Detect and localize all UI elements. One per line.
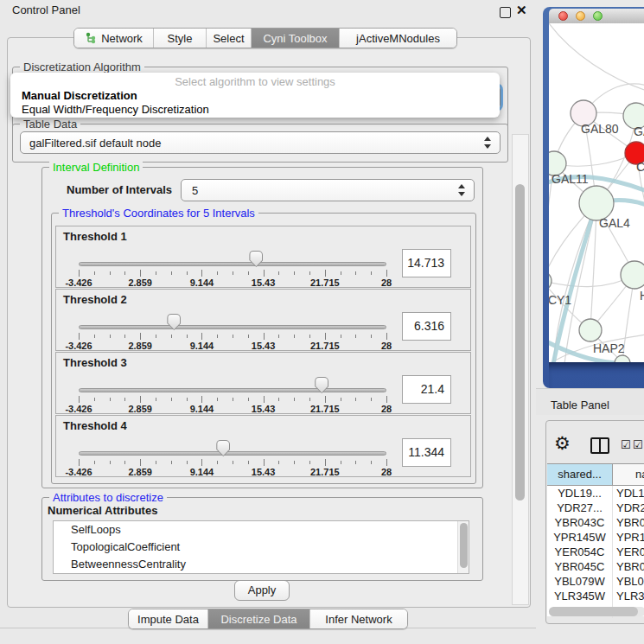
tab-infer-network[interactable]: Infer Network [310,609,407,628]
list-item[interactable]: SelfLoops [54,521,469,539]
list-item[interactable]: TopologicalCoefficient [54,539,469,556]
checkbox-icon[interactable]: ☑ [633,439,643,450]
threshold-slider[interactable]: -3.4262.8599.14415.4321.71528 [79,310,386,350]
node-label: GAL4 [599,216,630,230]
list-item[interactable]: BetweennessCentrality [54,556,469,573]
tick-mark [371,335,372,338]
tick-mark [264,396,265,403]
tab-label: jActiveMNodules [356,32,440,45]
node-table[interactable]: shared... name YDL19...YDL1YDR27...YDR2Y… [547,463,644,616]
table-row[interactable]: YDR27...YDR2 [547,501,644,515]
tick-label: 15.43 [252,277,276,288]
tick-mark [355,335,356,338]
slider-track[interactable] [79,262,386,266]
threshold-slider[interactable]: -3.4262.8599.14415.4321.71528 [79,437,386,476]
tick-mark [110,398,111,401]
tick-mark [233,271,233,275]
tab-cyni-toolbox[interactable]: Cyni Toolbox [252,29,340,48]
tick-mark [248,271,249,275]
split-columns-icon[interactable] [590,437,609,454]
node-label: H [640,289,644,303]
tab-label: Infer Network [325,613,392,626]
threshold-value-field[interactable]: 11.344 [402,438,451,467]
slider-ticks [79,270,386,277]
algorithm-dropdown: Select algorithm to view settings Manual… [10,73,500,118]
panel-scrollbar-thumb[interactable] [515,184,525,501]
table-cell: YDL1 [613,486,644,501]
tick-mark [124,461,125,464]
list-scrollbar-thumb[interactable] [460,523,468,568]
tab-style[interactable]: Style [154,29,207,48]
tick-mark [325,333,326,340]
table-body: YDL19...YDL1YDR27...YDR2YBR043CYBR0YPR14… [547,486,644,618]
tick-label: 2.859 [128,341,152,351]
slider-tick-labels: -3.4262.8599.14415.4321.71528 [79,341,386,351]
close-traffic-light-icon[interactable] [558,11,568,21]
panel-scrollbar[interactable] [512,134,529,605]
list-scrollbar[interactable] [457,521,469,573]
attributes-list[interactable]: SelfLoops TopologicalCoefficient Between… [53,520,469,574]
table-hscrollbar[interactable] [549,607,644,616]
table-row[interactable]: YPR145WYPR1 [547,530,644,545]
threshold-slider[interactable]: -3.4262.8599.14415.4321.71528 [79,373,386,413]
slider-track[interactable] [79,325,386,329]
table-row[interactable]: YER054CYER0 [547,545,644,559]
tick-mark [294,398,295,401]
number-of-intervals-label: Number of Intervals [67,183,172,196]
close-icon[interactable]: ✕ [516,3,527,18]
tick-mark [248,335,249,338]
node-label: GA [634,124,644,138]
tab-select[interactable]: Select [207,29,252,48]
network-canvas-area[interactable]: GAL80 GA C GAL11 GAL4 GCY1 H HAP2 [549,23,644,362]
table-row[interactable]: YBL079WYBL0 [547,574,644,589]
threshold-value-field[interactable]: 6.316 [402,312,451,341]
tab-impute-data[interactable]: Impute Data [129,609,208,628]
column-header-shared-name[interactable]: shared... [547,464,613,485]
node-gal4[interactable] [579,186,614,220]
slider-track[interactable] [79,388,386,392]
tick-label: -3.426 [65,404,92,414]
number-of-intervals-combo[interactable]: 5 [181,179,475,201]
dropdown-option-equal-width[interactable]: Equal Width/Frequency Discretization [22,103,209,116]
table-row[interactable]: YDL19...YDL1 [547,486,644,501]
node-gcy1[interactable] [549,271,552,290]
tick-mark [341,398,341,401]
zoom-traffic-light-icon[interactable] [593,11,603,21]
tick-label: 28 [381,404,392,414]
tick-mark [294,335,295,338]
tick-mark [309,398,310,401]
tick-label: 28 [381,341,392,351]
network-window-titlebar[interactable] [549,9,644,24]
network-view-window[interactable]: GAL80 GA C GAL11 GAL4 GCY1 H HAP2 [543,7,644,388]
table-data-group-title: Table Data [20,118,80,131]
table-row[interactable]: YBR045CYBR0 [547,559,644,574]
checkbox-icon[interactable]: ☑ [621,439,631,450]
float-window-icon[interactable] [500,7,511,18]
table-data-combo[interactable]: galFiltered.sif default node [20,131,501,154]
tick-mark [341,271,341,275]
apply-button[interactable]: Apply [234,580,290,601]
dropdown-option-manual[interactable]: Manual Discretization [22,89,137,102]
minimize-traffic-light-icon[interactable] [576,11,585,21]
tick-mark [94,461,95,464]
tab-discretize-data[interactable]: Discretize Data [208,609,310,628]
tick-mark [94,271,95,275]
tick-label: 28 [381,467,392,477]
threshold-value-field[interactable]: 21.4 [402,375,451,404]
network-graph[interactable]: GAL80 GA C GAL11 GAL4 GCY1 H HAP2 [549,23,644,362]
table-row[interactable]: YLR345WYLR3 [547,589,644,603]
node-h[interactable] [621,261,644,289]
slider-track[interactable] [79,451,386,456]
tab-jactivemnodules[interactable]: jActiveMNodules [340,29,456,48]
column-header-name[interactable]: name [613,464,644,485]
table-hscrollbar-thumb[interactable] [549,607,638,616]
table-row[interactable]: YBR043CYBR0 [547,515,644,530]
gear-icon[interactable]: ⚙ [554,435,571,452]
threshold-slider[interactable]: -3.4262.8599.14415.4321.71528 [79,247,386,287]
tab-network[interactable]: Network [74,29,154,48]
node-hap2[interactable] [579,319,602,341]
tick-mark [233,398,233,401]
table-cell: YER054C [547,545,613,559]
tick-mark [294,271,295,275]
threshold-value-field[interactable]: 14.713 [402,249,451,277]
